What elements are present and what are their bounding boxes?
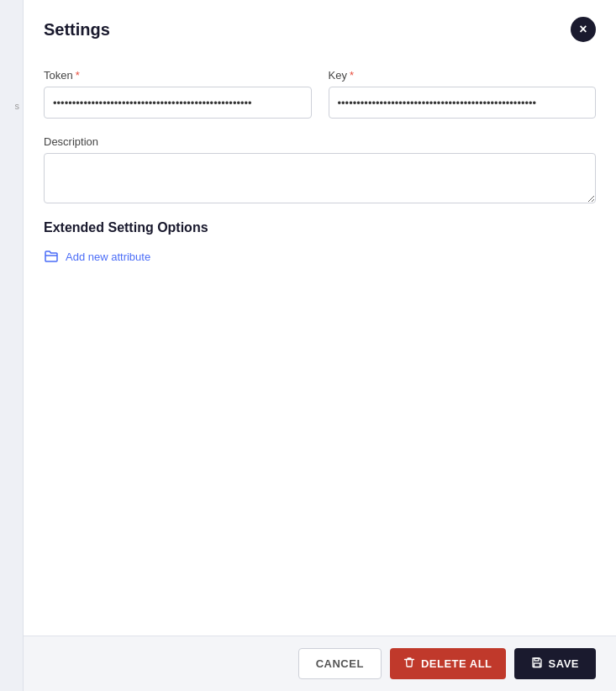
key-label: Key * xyxy=(329,69,597,82)
key-required: * xyxy=(350,69,354,82)
svg-rect-1 xyxy=(534,663,540,667)
key-input[interactable] xyxy=(329,87,597,119)
svg-rect-0 xyxy=(534,658,539,661)
token-input[interactable] xyxy=(44,87,312,119)
key-group: Key * xyxy=(329,69,597,119)
save-label: SAVE xyxy=(549,657,579,670)
modal-title: Settings xyxy=(44,20,110,40)
sidebar-stub xyxy=(0,0,24,691)
close-button[interactable]: × xyxy=(571,17,596,42)
trash-icon xyxy=(403,657,415,671)
modal-footer: CANCEL DELETE ALL SAVE xyxy=(24,636,616,691)
add-attribute-label: Add new attribute xyxy=(66,251,150,263)
add-attribute-button[interactable]: Add new attribute xyxy=(44,249,150,264)
modal-header: Settings × xyxy=(24,0,616,55)
modal-body: Token * Key * Description xyxy=(24,55,616,636)
description-row: Description xyxy=(44,135,596,203)
token-label: Token * xyxy=(44,69,312,82)
description-label: Description xyxy=(44,135,596,148)
token-key-row: Token * Key * xyxy=(44,69,596,119)
save-icon xyxy=(531,657,543,671)
extended-section-title: Extended Setting Options xyxy=(44,220,596,235)
cancel-button[interactable]: CANCEL xyxy=(298,648,382,679)
token-required: * xyxy=(76,69,80,82)
settings-modal: Settings × Token * Key * xyxy=(24,0,616,691)
token-group: Token * xyxy=(44,69,312,119)
description-group: Description xyxy=(44,135,596,203)
description-textarea[interactable] xyxy=(44,153,596,203)
delete-all-label: DELETE ALL xyxy=(421,657,492,670)
delete-all-button[interactable]: DELETE ALL xyxy=(390,648,506,679)
folder-open-icon xyxy=(44,249,59,264)
save-button[interactable]: SAVE xyxy=(514,648,596,679)
modal-backdrop: Settings × Token * Key * xyxy=(24,0,616,691)
